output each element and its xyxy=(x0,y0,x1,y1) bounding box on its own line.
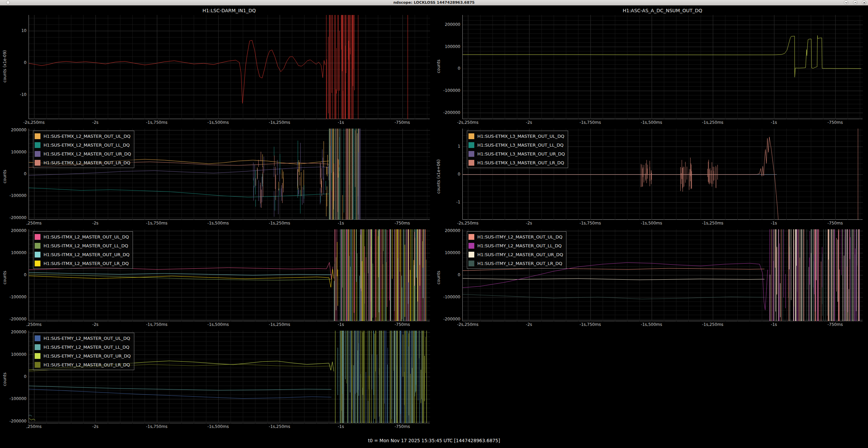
y-tick-label: 0 xyxy=(438,66,460,71)
legend-label: H1:SUS-ETMX_L3_MASTER_OUT_LL_DQ xyxy=(477,143,563,148)
y-tick-label: -100000 xyxy=(4,397,27,401)
legend-label: H1:SUS-ITMX_L2_MASTER_OUT_LL_DQ xyxy=(44,243,128,248)
plot-asc-as-a-dc-nsum[interactable]: H1:ASC-AS_A_DC_NSUM_OUT_DQcounts20000010… xyxy=(436,7,865,126)
plot-sus-itmx-l2[interactable]: counts2000001000000-100000-200000,250ms-… xyxy=(2,227,432,328)
legend-item: H1:SUS-ETMX_L3_MASTER_OUT_UR_DQ xyxy=(469,149,565,158)
y-tick-label: 200000 xyxy=(4,330,27,334)
legend-swatch-icon xyxy=(35,142,40,148)
legend-swatch-icon xyxy=(35,362,40,368)
y-tick-label: 100000 xyxy=(438,251,460,255)
y-tick-label: 0 xyxy=(4,61,27,65)
plot-sus-etmy-l2[interactable]: counts2000001000000-100000-200000,250ms-… xyxy=(2,329,432,430)
maximize-button[interactable] xyxy=(853,0,857,5)
window-menu-button[interactable] xyxy=(6,1,10,4)
y-tick-label: 10 xyxy=(4,29,27,33)
legend-swatch-icon xyxy=(35,234,40,240)
x-tick-label: -1s,250ms xyxy=(689,322,736,327)
minimize-button[interactable] xyxy=(844,0,848,5)
x-tick-label: -2s xyxy=(71,322,119,327)
legend[interactable]: H1:SUS-ETMX_L3_MASTER_OUT_UL_DQH1:SUS-ET… xyxy=(467,131,568,168)
close-x-icon xyxy=(863,1,866,4)
legend-label: H1:SUS-ETMY_L2_MASTER_OUT_LR_DQ xyxy=(44,362,130,367)
x-tick-label: -2s xyxy=(71,221,119,226)
chevron-up-icon xyxy=(854,1,857,4)
y-tick-label: -200000 xyxy=(438,111,460,115)
x-tick-label: -2s,250ms xyxy=(444,221,492,226)
x-tick-label: -2s xyxy=(71,425,119,429)
x-tick-label: -1s,250ms xyxy=(256,120,303,125)
legend-swatch-icon xyxy=(35,243,40,249)
x-tick-label: -1s,750ms xyxy=(133,120,181,125)
y-tick-label: 0 xyxy=(4,375,27,379)
x-tick-label: -1s xyxy=(317,221,365,226)
y-tick-label: -100000 xyxy=(438,88,460,93)
window-titlebar[interactable]: ndscope: LOCKLOSS 1447428963.6875 xyxy=(0,0,868,5)
plot-viewport[interactable] xyxy=(462,15,863,119)
legend-item: H1:SUS-ETMX_L3_MASTER_OUT_LL_DQ xyxy=(469,140,565,149)
legend-swatch-icon xyxy=(35,353,40,359)
trace-LL xyxy=(29,274,331,280)
legend-swatch-icon xyxy=(35,335,40,341)
trace-LR xyxy=(29,269,334,287)
legend-item: H1:SUS-ETMX_L3_MASTER_OUT_LR_DQ xyxy=(469,158,565,167)
plot-canvas[interactable] xyxy=(29,15,430,119)
y-tick-label: 0 xyxy=(4,273,27,277)
x-tick-label: -2s xyxy=(505,120,553,125)
x-tick-label: -2s xyxy=(505,221,553,226)
trace-H1:LSC-DARM_IN1_DQ xyxy=(29,40,325,103)
legend[interactable]: H1:SUS-ITMX_L2_MASTER_OUT_UL_DQH1:SUS-IT… xyxy=(33,231,133,269)
plot-canvas[interactable] xyxy=(463,15,863,119)
legend[interactable]: H1:SUS-ETMX_L2_MASTER_OUT_UL_DQH1:SUS-ET… xyxy=(33,131,134,168)
legend-label: H1:SUS-ETMY_L2_MASTER_OUT_UL_DQ xyxy=(44,336,130,341)
y-tick-label: -200000 xyxy=(438,317,460,321)
plot-sus-etmx-l3[interactable]: counts (x1e+06)10-1-2s,250ms-2s-1s,750ms… xyxy=(436,127,865,227)
y-tick-label: 100000 xyxy=(438,45,460,49)
x-tick-label: -1s,250ms xyxy=(256,322,303,327)
legend-swatch-icon xyxy=(35,151,40,157)
plot-viewport[interactable] xyxy=(29,15,430,119)
trace-UR xyxy=(29,272,331,275)
legend-item: H1:SUS-ITMY_L2_MASTER_OUT_LR_DQ xyxy=(469,259,563,268)
t0-status: t0 = Mon Nov 17 2025 15:35:45 UTC [14474… xyxy=(368,438,500,443)
legend[interactable]: H1:SUS-ETMY_L2_MASTER_OUT_UL_DQH1:SUS-ET… xyxy=(33,333,134,370)
y-tick-label: -200000 xyxy=(4,216,27,220)
plot-title: H1:LSC-DARM_IN1_DQ xyxy=(29,8,430,13)
x-tick-label: -1s,500ms xyxy=(194,221,242,226)
legend-item: H1:SUS-ITMY_L2_MASTER_OUT_UL_DQ xyxy=(469,232,563,241)
legend-label: H1:SUS-ETMX_L3_MASTER_OUT_LR_DQ xyxy=(477,160,564,165)
legend-item: H1:SUS-ETMX_L2_MASTER_OUT_UR_DQ xyxy=(35,149,131,158)
x-tick-label: -1s xyxy=(750,221,798,226)
legend-label: H1:SUS-ITMY_L2_MASTER_OUT_UR_DQ xyxy=(477,252,563,257)
x-tick-label: -750ms xyxy=(378,322,426,327)
x-tick-label: ,250ms xyxy=(10,221,58,226)
legend[interactable]: H1:SUS-ITMY_L2_MASTER_OUT_UL_DQH1:SUS-IT… xyxy=(467,231,566,269)
y-tick-label: -10 xyxy=(4,93,27,97)
x-tick-label: -750ms xyxy=(378,221,426,226)
x-tick-label: -2s,250ms xyxy=(10,120,58,125)
y-tick-label: 1 xyxy=(438,144,460,149)
legend-item: H1:SUS-ITMX_L2_MASTER_OUT_UR_DQ xyxy=(35,250,130,259)
status-bar: t0 = Mon Nov 17 2025 15:35:45 UTC [14474… xyxy=(0,435,868,446)
plot-sus-itmy-l2[interactable]: counts2000001000000-100000-200000-2s,250… xyxy=(436,227,865,328)
legend-swatch-icon xyxy=(469,142,474,148)
y-tick-label: 100000 xyxy=(4,150,27,154)
legend-swatch-icon xyxy=(469,243,474,249)
legend-swatch-icon xyxy=(469,252,474,258)
trace-H1:ASC-AS_A_DC_NSUM_OUT_DQ xyxy=(463,35,861,77)
legend-swatch-icon xyxy=(35,344,40,350)
legend-item: H1:SUS-ITMX_L2_MASTER_OUT_LL_DQ xyxy=(35,241,130,250)
legend-item: H1:SUS-ETMX_L2_MASTER_OUT_UL_DQ xyxy=(35,132,131,140)
legend-item: H1:SUS-ETMY_L2_MASTER_OUT_LR_DQ xyxy=(35,360,131,369)
legend-label: H1:SUS-ETMX_L2_MASTER_OUT_UL_DQ xyxy=(44,134,131,139)
legend-swatch-icon xyxy=(469,160,474,166)
x-tick-label: -750ms xyxy=(811,322,859,327)
legend-swatch-icon xyxy=(35,252,40,258)
plot-lsc-darm[interactable]: H1:LSC-DARM_IN1_DQcounts (x1e-09)100-10-… xyxy=(2,7,432,126)
x-tick-label: -1s,500ms xyxy=(194,322,242,327)
close-icon[interactable] xyxy=(862,0,866,5)
plot-title: H1:ASC-AS_A_DC_NSUM_OUT_DQ xyxy=(462,8,863,13)
legend-label: H1:SUS-ITMY_L2_MASTER_OUT_LR_DQ xyxy=(477,261,562,266)
plot-sus-etmx-l2[interactable]: counts2000001000000-100000-200000,250ms-… xyxy=(2,127,432,227)
y-tick-label: -100000 xyxy=(4,295,27,299)
y-tick-label: -1 xyxy=(438,200,460,204)
